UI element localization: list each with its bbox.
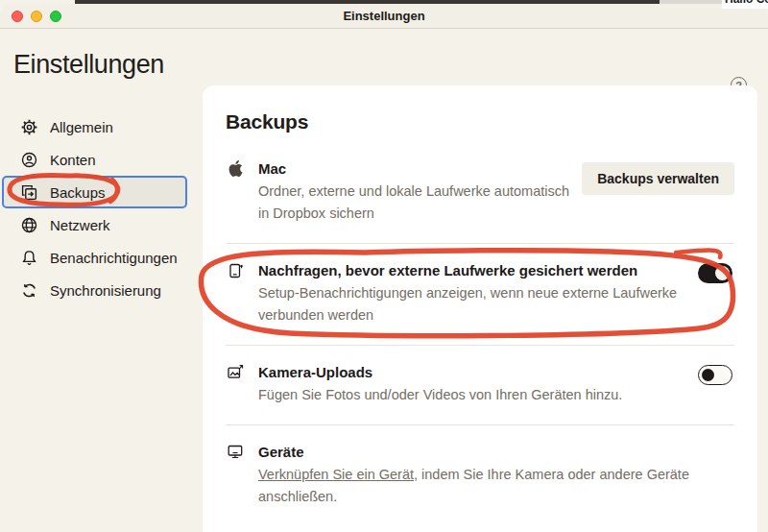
settings-window: Einstellungen Einstellungen ? Allgemein [0, 4, 768, 532]
bell-icon [20, 249, 37, 266]
backups-panel: Backups Mac Ordner, externe und lokale L… [203, 85, 757, 532]
apple-icon [226, 160, 245, 177]
sidebar-item-allgemein[interactable]: Allgemein [0, 110, 192, 143]
sidebar-item-backups[interactable]: Backups [2, 176, 187, 208]
titlebar: Einstellungen [0, 4, 768, 29]
sidebar-item-konten[interactable]: Konten [0, 143, 192, 176]
sidebar-item-label: Netzwerk [50, 217, 110, 233]
gear-icon [20, 118, 37, 135]
camera-uploads-toggle[interactable] [698, 365, 732, 385]
account-icon [20, 151, 37, 168]
sidebar-item-label: Benachrichtigungen [50, 250, 178, 266]
sidebar-item-label: Konten [50, 152, 96, 168]
row-description: Verknüpfen Sie ein Gerät, indem Sie Ihre… [258, 464, 719, 508]
camera-upload-icon [226, 364, 245, 380]
sidebar-item-netzwerk[interactable]: Netzwerk [0, 208, 192, 241]
sync-icon [20, 281, 37, 299]
backups-icon [20, 183, 37, 201]
sidebar-item-label: Synchronisierung [50, 282, 161, 299]
globe-icon [20, 216, 37, 233]
sidebar-item-benachrichtigungen[interactable]: Benachrichtigungen [0, 241, 192, 274]
backup-row-mac: Mac Ordner, externe und lokale Laufwerke… [226, 142, 734, 243]
row-description: Fügen Sie Fotos und/oder Videos von Ihre… [258, 384, 686, 406]
settings-sidebar: Allgemein Konten Backups [0, 110, 192, 306]
device-monitor-icon [226, 444, 245, 460]
backup-row-external-drive-ask: Nachfragen, bevor externe Laufwerke gesi… [226, 243, 734, 345]
external-drive-icon [226, 262, 245, 279]
row-title: Kamera-Uploads [258, 362, 686, 383]
window-title: Einstellungen [0, 9, 768, 23]
app-header: Einstellungen ? [0, 29, 768, 80]
panel-heading: Backups [226, 110, 734, 133]
row-description: Ordner, externe und lokale Laufwerke aut… [258, 181, 582, 225]
manage-backups-button[interactable]: Backups verwalten [582, 162, 734, 195]
backup-row-devices: Geräte Verknüpfen Sie ein Gerät, indem S… [226, 424, 734, 526]
row-title: Geräte [258, 442, 734, 463]
backup-row-camera-uploads: Kamera-Uploads Fügen Sie Fotos und/oder … [226, 345, 734, 424]
row-description: Setup-Benachrichtigungen anzeigen, wenn … [258, 282, 686, 326]
external-drive-backup-toggle[interactable] [698, 263, 732, 283]
link-device-connect[interactable]: Verknüpfen Sie ein Gerät [258, 467, 414, 482]
page-title: Einstellungen [13, 50, 768, 80]
row-title: Nachfragen, bevor externe Laufwerke gesi… [258, 260, 686, 281]
sidebar-item-label: Backups [50, 184, 106, 201]
row-title: Mac [258, 158, 582, 180]
background-page-text: Hallo Communi [722, 0, 768, 9]
sidebar-item-label: Allgemein [50, 119, 113, 135]
sidebar-item-synchronisierung[interactable]: Synchronisierung [0, 274, 192, 306]
